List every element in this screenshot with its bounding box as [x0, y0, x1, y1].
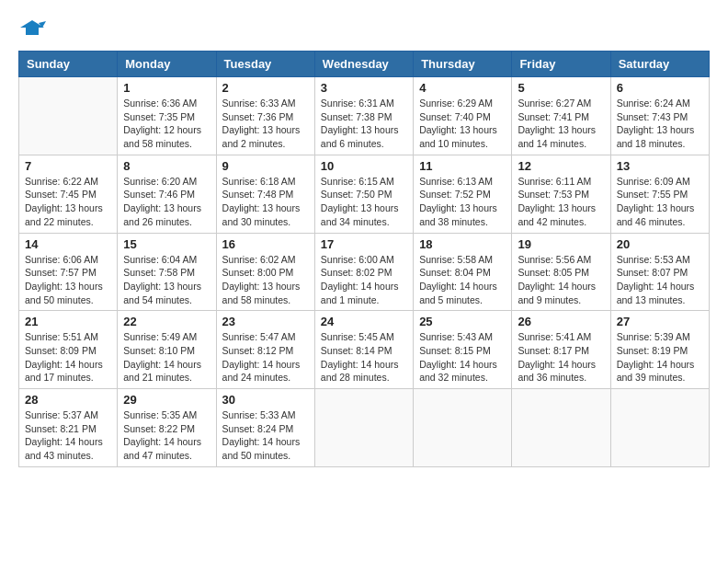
cell-info: Sunrise: 6:31 AMSunset: 7:38 PMDaylight:… [321, 97, 407, 151]
day-number: 7 [25, 159, 111, 173]
weekday-header-thursday: Thursday [414, 52, 512, 77]
cell-info: Sunrise: 5:35 AMSunset: 8:22 PMDaylight:… [123, 408, 210, 463]
cell-info: Sunrise: 5:58 AMSunset: 8:04 PMDaylight:… [419, 253, 506, 307]
day-number: 9 [222, 159, 309, 173]
day-number: 11 [419, 159, 506, 173]
day-number: 27 [617, 315, 703, 328]
calendar-cell: 7Sunrise: 6:22 AMSunset: 7:45 PMDaylight… [19, 155, 118, 233]
day-number: 18 [419, 237, 506, 251]
cell-info: Sunrise: 5:51 AMSunset: 8:09 PMDaylight:… [25, 330, 111, 385]
calendar-cell: 3Sunrise: 6:31 AMSunset: 7:38 PMDaylight… [314, 77, 413, 155]
day-number: 10 [321, 159, 407, 173]
cell-info: Sunrise: 6:29 AMSunset: 7:40 PMDaylight:… [419, 97, 506, 151]
calendar-cell [414, 389, 512, 467]
day-number: 17 [321, 237, 407, 251]
calendar-cell: 17Sunrise: 6:00 AMSunset: 8:02 PMDayligh… [314, 233, 413, 311]
day-number: 14 [25, 237, 111, 251]
calendar-cell: 20Sunrise: 5:53 AMSunset: 8:07 PMDayligh… [610, 233, 709, 311]
day-number: 4 [419, 81, 506, 95]
cell-info: Sunrise: 6:06 AMSunset: 7:57 PMDaylight:… [25, 253, 111, 307]
calendar-cell: 5Sunrise: 6:27 AMSunset: 7:41 PMDaylight… [512, 77, 610, 155]
day-number: 29 [123, 393, 210, 407]
calendar-cell: 16Sunrise: 6:02 AMSunset: 8:00 PMDayligh… [216, 233, 314, 311]
calendar-cell: 4Sunrise: 6:29 AMSunset: 7:40 PMDaylight… [414, 77, 512, 155]
calendar-cell: 15Sunrise: 6:04 AMSunset: 7:58 PMDayligh… [118, 233, 216, 311]
calendar-cell [512, 389, 610, 467]
cell-info: Sunrise: 5:37 AMSunset: 8:21 PMDaylight:… [25, 408, 111, 463]
logo [18, 18, 50, 41]
calendar-cell: 2Sunrise: 6:33 AMSunset: 7:36 PMDaylight… [216, 77, 314, 155]
calendar-cell [19, 77, 118, 155]
calendar-header: SundayMondayTuesdayWednesdayThursdayFrid… [19, 52, 710, 77]
cell-info: Sunrise: 6:22 AMSunset: 7:45 PMDaylight:… [25, 175, 111, 229]
day-number: 5 [518, 81, 604, 95]
calendar-week-row: 7Sunrise: 6:22 AMSunset: 7:45 PMDaylight… [19, 155, 710, 233]
cell-info: Sunrise: 5:33 AMSunset: 8:24 PMDaylight:… [222, 408, 309, 463]
calendar-table: SundayMondayTuesdayWednesdayThursdayFrid… [18, 51, 710, 467]
cell-info: Sunrise: 5:39 AMSunset: 8:19 PMDaylight:… [617, 330, 703, 385]
day-number: 1 [123, 81, 210, 95]
calendar-cell: 14Sunrise: 6:06 AMSunset: 7:57 PMDayligh… [19, 233, 118, 311]
weekday-header-row: SundayMondayTuesdayWednesdayThursdayFrid… [19, 52, 710, 77]
cell-info: Sunrise: 5:56 AMSunset: 8:05 PMDaylight:… [518, 253, 604, 307]
day-number: 23 [222, 315, 309, 328]
calendar-week-row: 1Sunrise: 6:36 AMSunset: 7:35 PMDaylight… [19, 77, 710, 155]
weekday-header-saturday: Saturday [610, 52, 709, 77]
cell-info: Sunrise: 6:36 AMSunset: 7:35 PMDaylight:… [123, 97, 210, 151]
calendar-cell: 24Sunrise: 5:45 AMSunset: 8:14 PMDayligh… [314, 311, 413, 389]
cell-info: Sunrise: 6:04 AMSunset: 7:58 PMDaylight:… [123, 253, 210, 307]
cell-info: Sunrise: 5:43 AMSunset: 8:15 PMDaylight:… [419, 330, 506, 385]
cell-info: Sunrise: 5:45 AMSunset: 8:14 PMDaylight:… [321, 330, 407, 385]
cell-info: Sunrise: 6:24 AMSunset: 7:43 PMDaylight:… [617, 97, 703, 151]
day-number: 24 [321, 315, 407, 328]
cell-info: Sunrise: 5:53 AMSunset: 8:07 PMDaylight:… [617, 253, 703, 307]
day-number: 21 [25, 315, 111, 328]
calendar-cell: 18Sunrise: 5:58 AMSunset: 8:04 PMDayligh… [414, 233, 512, 311]
day-number: 20 [617, 237, 703, 251]
calendar-cell: 10Sunrise: 6:15 AMSunset: 7:50 PMDayligh… [314, 155, 413, 233]
calendar-cell: 13Sunrise: 6:09 AMSunset: 7:55 PMDayligh… [610, 155, 709, 233]
day-number: 28 [25, 393, 111, 407]
logo-bird-icon [18, 18, 46, 41]
calendar-cell: 19Sunrise: 5:56 AMSunset: 8:05 PMDayligh… [512, 233, 610, 311]
day-number: 2 [222, 81, 309, 95]
svg-marker-0 [20, 20, 44, 35]
calendar-week-row: 21Sunrise: 5:51 AMSunset: 8:09 PMDayligh… [19, 311, 710, 389]
day-number: 13 [617, 159, 703, 173]
weekday-header-tuesday: Tuesday [216, 52, 314, 77]
calendar-cell: 12Sunrise: 6:11 AMSunset: 7:53 PMDayligh… [512, 155, 610, 233]
cell-info: Sunrise: 5:49 AMSunset: 8:10 PMDaylight:… [123, 330, 210, 385]
calendar-cell: 11Sunrise: 6:13 AMSunset: 7:52 PMDayligh… [414, 155, 512, 233]
day-number: 12 [518, 159, 604, 173]
weekday-header-monday: Monday [118, 52, 216, 77]
calendar-cell: 23Sunrise: 5:47 AMSunset: 8:12 PMDayligh… [216, 311, 314, 389]
day-number: 25 [419, 315, 506, 328]
day-number: 8 [123, 159, 210, 173]
calendar-cell: 8Sunrise: 6:20 AMSunset: 7:46 PMDaylight… [118, 155, 216, 233]
cell-info: Sunrise: 5:41 AMSunset: 8:17 PMDaylight:… [518, 330, 604, 385]
calendar-cell: 6Sunrise: 6:24 AMSunset: 7:43 PMDaylight… [610, 77, 709, 155]
calendar-cell: 22Sunrise: 5:49 AMSunset: 8:10 PMDayligh… [118, 311, 216, 389]
day-number: 30 [222, 393, 309, 407]
calendar-week-row: 28Sunrise: 5:37 AMSunset: 8:21 PMDayligh… [19, 389, 710, 467]
day-number: 15 [123, 237, 210, 251]
calendar-cell: 29Sunrise: 5:35 AMSunset: 8:22 PMDayligh… [118, 389, 216, 467]
day-number: 26 [518, 315, 604, 328]
calendar-cell: 21Sunrise: 5:51 AMSunset: 8:09 PMDayligh… [19, 311, 118, 389]
calendar-cell: 30Sunrise: 5:33 AMSunset: 8:24 PMDayligh… [216, 389, 314, 467]
cell-info: Sunrise: 6:09 AMSunset: 7:55 PMDaylight:… [617, 175, 703, 229]
calendar-cell: 25Sunrise: 5:43 AMSunset: 8:15 PMDayligh… [414, 311, 512, 389]
cell-info: Sunrise: 6:15 AMSunset: 7:50 PMDaylight:… [321, 175, 407, 229]
calendar-cell [314, 389, 413, 467]
calendar-week-row: 14Sunrise: 6:06 AMSunset: 7:57 PMDayligh… [19, 233, 710, 311]
weekday-header-wednesday: Wednesday [314, 52, 413, 77]
day-number: 22 [123, 315, 210, 328]
day-number: 19 [518, 237, 604, 251]
cell-info: Sunrise: 5:47 AMSunset: 8:12 PMDaylight:… [222, 330, 309, 385]
cell-info: Sunrise: 6:20 AMSunset: 7:46 PMDaylight:… [123, 175, 210, 229]
cell-info: Sunrise: 6:02 AMSunset: 8:00 PMDaylight:… [222, 253, 309, 307]
cell-info: Sunrise: 6:18 AMSunset: 7:48 PMDaylight:… [222, 175, 309, 229]
calendar-cell: 27Sunrise: 5:39 AMSunset: 8:19 PMDayligh… [610, 311, 709, 389]
cell-info: Sunrise: 6:00 AMSunset: 8:02 PMDaylight:… [321, 253, 407, 307]
cell-info: Sunrise: 6:33 AMSunset: 7:36 PMDaylight:… [222, 97, 309, 151]
